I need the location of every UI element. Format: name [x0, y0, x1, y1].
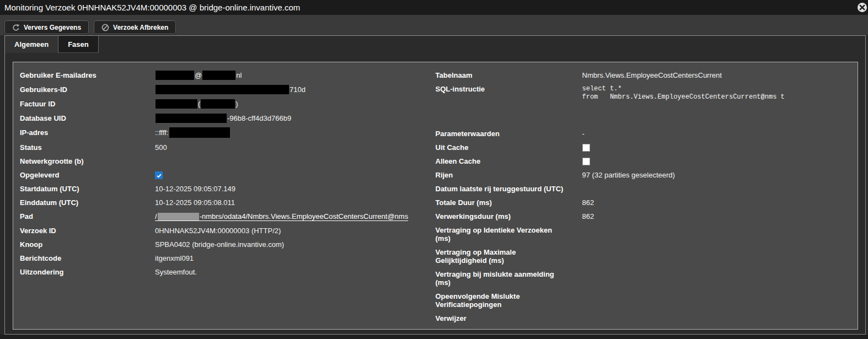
field-label: Database UID — [20, 114, 155, 123]
field-row: Verzoek ID0HNHNAK52JV4M:00000003 (HTTP/2… — [20, 224, 436, 238]
field-value: () — [155, 100, 436, 109]
field-label: Netwerkgrootte (b) — [20, 157, 155, 165]
tab-fasen[interactable]: Fasen — [58, 36, 99, 53]
field-label: Datum laatste rij teruggestuurd (UTC) — [436, 185, 582, 193]
field-label: Uit Cache — [436, 143, 582, 152]
checkbox-unchecked[interactable] — [582, 144, 590, 152]
field-row: Datum laatste rij teruggestuurd (UTC) — [436, 182, 851, 196]
field-row: Uit Cache — [436, 141, 851, 154]
title-bar: Monitoring Verzoek 0HNHNAK52JV4M:0000000… — [0, 0, 868, 15]
field-value: 0HNHNAK52JV4M:00000003 (HTTP/2) — [155, 227, 436, 235]
field-label: Parameterwaarden — [436, 130, 582, 138]
field-label: Tabelnaam — [436, 71, 582, 79]
value-text-segment: 710d — [290, 85, 306, 94]
redaction-box — [201, 99, 235, 109]
value-text-segment: @ — [195, 71, 202, 79]
field-row: Vertraging op Identieke Verzoeken (ms) — [436, 223, 851, 245]
value-text-segment: / — [155, 212, 157, 220]
field-value: - — [582, 130, 851, 138]
field-value: @nl — [155, 71, 436, 80]
refresh-button-label: Ververs Gegevens — [24, 24, 81, 31]
field-row: Berichtcodeitgenxml091 — [20, 251, 436, 265]
field-row: KnoopSPBA0402 (bridge-online.invantive.c… — [20, 238, 436, 251]
field-value: Nmbrs.Views.EmployeeCostCentersCurrent — [582, 71, 851, 79]
field-row: Alleen Cache — [436, 154, 851, 168]
sql-statement: select t.* from Nmbrs.Views.EmployeeCost… — [582, 85, 851, 124]
redaction-box — [156, 71, 194, 80]
field-row: Vertraging bij mislukte aanmelding (ms) — [436, 267, 851, 289]
field-row: Rijen97 (32 partities geselecteerd) — [436, 168, 851, 182]
field-label: SQL-instructie — [436, 85, 582, 124]
details-column-right: TabelnaamNmbrs.Views.EmployeeCostCenters… — [436, 68, 851, 323]
path-link[interactable]: /-nmbrs/odata4/Nmbrs.Views.EmployeeCostC… — [155, 212, 408, 221]
field-value — [582, 185, 851, 193]
value-text-segment: nl — [236, 71, 242, 79]
field-row: Status500 — [20, 141, 436, 154]
redaction-box — [156, 114, 227, 123]
redaction-box — [156, 85, 289, 94]
field-value — [582, 143, 851, 152]
field-label: Pad — [20, 212, 155, 221]
checkbox-unchecked[interactable] — [582, 158, 590, 165]
field-value: 500 — [155, 143, 436, 152]
field-value: 862 — [582, 198, 851, 207]
field-value: 10-12-2025 09:05:08.011 — [155, 198, 436, 207]
field-row: Parameterwaarden- — [436, 127, 851, 141]
tab-algemeen[interactable]: Algemeen — [5, 36, 58, 53]
redaction-box — [169, 127, 230, 138]
field-label: Vertraging bij mislukte aanmelding (ms) — [436, 270, 582, 287]
field-row: Opeenvolgende Mislukte Verificatiepoging… — [436, 289, 851, 311]
field-value — [582, 292, 851, 309]
refresh-icon — [12, 24, 20, 31]
field-row: Einddatum (UTC)10-12-2025 09:05:08.011 — [20, 196, 436, 209]
field-row: Verwijzer — [436, 311, 851, 325]
field-label: Factuur ID — [20, 100, 155, 109]
field-value: 97 (32 partities geselecteerd) — [582, 171, 851, 179]
field-value — [582, 270, 851, 287]
field-label: Startdatum (UTC) — [20, 185, 155, 193]
field-label: Gebruiker E-mailadres — [20, 71, 155, 80]
field-row: Opgeleverd — [20, 168, 436, 182]
cancel-icon — [101, 24, 109, 31]
field-value: 862 — [582, 212, 851, 220]
redaction-box — [156, 99, 197, 109]
field-label: Einddatum (UTC) — [20, 198, 155, 207]
field-value — [582, 226, 851, 243]
window-title: Monitoring Verzoek 0HNHNAK52JV4M:0000000… — [4, 3, 300, 12]
abort-request-button-label: Verzoek Afbreken — [113, 24, 168, 31]
field-row: IP-adres::ffff: — [20, 126, 436, 141]
field-label: Verwerkingsduur (ms) — [436, 212, 582, 220]
close-icon[interactable] — [856, 2, 867, 13]
field-value: itgenxml091 — [155, 254, 436, 262]
tab-page-container: Algemeen Fasen Gebruiker E-mailadres@nlG… — [4, 35, 866, 335]
redaction-box — [202, 71, 235, 80]
tab-row: Algemeen Fasen — [5, 36, 865, 53]
field-label: Opgeleverd — [20, 171, 155, 179]
tab-algemeen-label: Algemeen — [14, 40, 49, 49]
value-text-segment: ::ffff: — [155, 128, 169, 137]
field-value — [155, 171, 436, 179]
field-label: Verzoek ID — [20, 227, 155, 235]
field-value — [582, 314, 851, 322]
field-value — [155, 157, 436, 165]
field-label: Knoop — [20, 240, 155, 249]
field-row: Gebruikers-ID710d — [20, 83, 436, 97]
field-value: -96b8-cff4d3d766b9 — [155, 114, 436, 123]
abort-request-button[interactable]: Verzoek Afbreken — [94, 20, 176, 34]
field-row: Factuur ID() — [20, 97, 436, 111]
value-text-segment: -96b8-cff4d3d766b9 — [227, 114, 291, 122]
field-row: Gebruiker E-mailadres@nl — [20, 68, 436, 83]
field-label: Vertraging op Maximale Gelijktijdigheid … — [436, 248, 582, 265]
field-label: Uitzondering — [20, 268, 155, 276]
field-row: Totale Duur (ms)862 — [436, 196, 851, 209]
field-value: Systeemfout. — [155, 268, 436, 276]
general-details-groupbox: Gebruiker E-mailadres@nlGebruikers-ID710… — [13, 62, 858, 330]
field-row: Startdatum (UTC)10-12-2025 09:05:07.149 — [20, 182, 436, 196]
check-icon — [156, 173, 162, 179]
refresh-button[interactable]: Ververs Gegevens — [4, 20, 89, 34]
checkbox-checked[interactable] — [155, 171, 163, 179]
value-text-segment: ( — [198, 100, 200, 108]
field-label: Rijen — [436, 171, 582, 179]
field-label: Alleen Cache — [436, 157, 582, 165]
field-row: Database UID-96b8-cff4d3d766b9 — [20, 111, 436, 126]
